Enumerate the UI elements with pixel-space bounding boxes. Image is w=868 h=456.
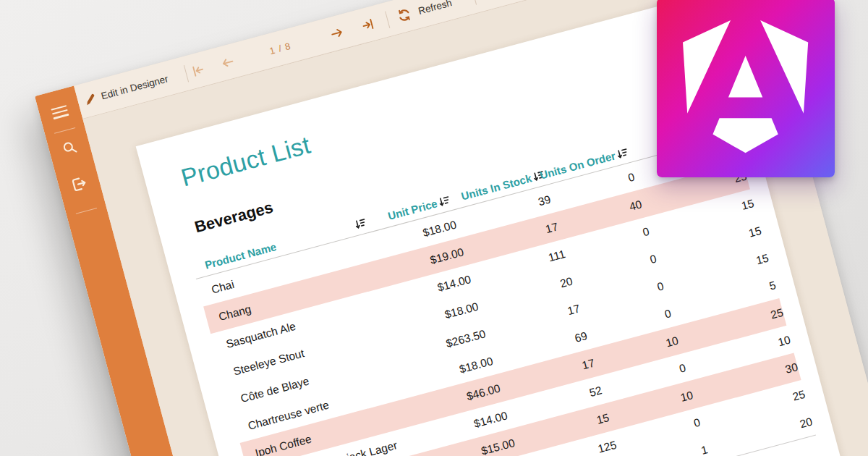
hamburger-icon (51, 105, 69, 119)
angular-logo-image (657, 0, 835, 177)
refresh-icon (395, 6, 414, 25)
toolbar-separator (472, 0, 477, 4)
search-icon (60, 138, 80, 158)
last-page-button[interactable] (359, 16, 376, 33)
search-button[interactable] (59, 137, 80, 158)
sidebar-divider (54, 127, 75, 134)
toolbar-separator (184, 64, 189, 81)
edit-in-designer-label[interactable]: Edit in Designer (100, 73, 169, 101)
previous-page-button[interactable] (219, 54, 237, 71)
toolbar-separator (385, 11, 390, 28)
refresh-label[interactable]: Refresh (417, 0, 454, 16)
pencil-icon (82, 90, 98, 107)
last-page-icon (359, 16, 376, 33)
export-button[interactable] (69, 174, 90, 195)
next-page-button[interactable] (328, 24, 345, 41)
sidebar-divider (76, 208, 97, 214)
promo-canvas: Edit in Designer 1 / 8 (0, 0, 868, 456)
first-page-button[interactable] (190, 61, 207, 78)
previous-page-icon (219, 54, 237, 71)
refresh-button[interactable] (395, 6, 414, 25)
export-icon (69, 174, 90, 195)
angular-logo (657, 0, 835, 177)
next-page-icon (328, 24, 345, 41)
menu-button[interactable] (49, 101, 70, 122)
first-page-icon (190, 61, 207, 78)
edit-in-designer-button[interactable] (82, 90, 98, 107)
page-indicator[interactable]: 1 / 8 (257, 37, 303, 59)
